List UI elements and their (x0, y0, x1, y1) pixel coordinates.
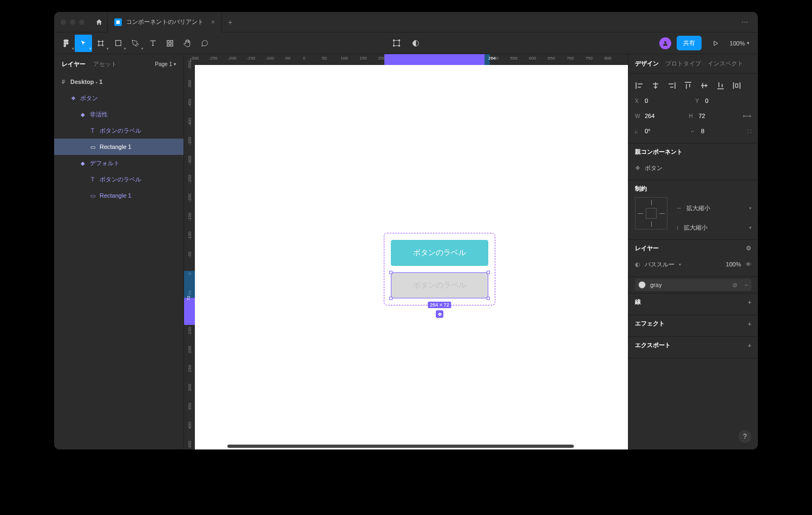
align-right-icon[interactable] (667, 81, 676, 90)
detach-style-icon[interactable]: ⊘ (732, 282, 737, 289)
remove-fill-icon[interactable]: − (742, 282, 748, 288)
component-frame[interactable]: ボタンのラベル ボタンのラベル 264 × 72 ❖ (384, 233, 495, 305)
page-select[interactable]: Page 1 ▾ (155, 61, 176, 67)
align-vcenter-icon[interactable] (700, 81, 709, 90)
independent-corners-icon[interactable]: ⸬ (748, 128, 751, 135)
add-variant-button[interactable]: ❖ (436, 310, 443, 318)
page-name: Page 1 (155, 61, 172, 67)
zoom-value: 100% (730, 40, 745, 47)
edit-object-icon[interactable] (388, 35, 405, 52)
shape-tool[interactable]: ▾ (109, 35, 127, 52)
button-inactive-variant[interactable]: ボタンのラベル (391, 272, 488, 298)
traffic-close-icon[interactable] (61, 19, 66, 25)
prototype-tab[interactable]: プロトタイプ (665, 60, 701, 68)
user-avatar[interactable] (659, 37, 671, 49)
svg-rect-0 (116, 20, 120, 23)
titlebar: コンポーネントのバリアント × + ⋯ (54, 12, 758, 32)
home-button[interactable] (91, 18, 107, 26)
svg-rect-6 (394, 41, 399, 46)
constraint-h-select[interactable]: ↔拡大縮小▾ (676, 200, 751, 216)
layer-frame[interactable]: # Desktop - 1 (54, 74, 184, 90)
x-field[interactable]: X0 (635, 97, 691, 104)
tab-title: コンポーネントのバリアント (126, 18, 204, 26)
align-left-icon[interactable] (635, 81, 644, 90)
layer-settings-icon[interactable]: ⚙ (746, 245, 751, 252)
opacity-field[interactable]: 100% (726, 261, 741, 268)
button-inactive-selection: ボタンのラベル 264 × 72 ❖ (391, 272, 488, 298)
add-effect-icon[interactable]: + (748, 321, 751, 327)
main-area: レイヤー アセット Page 1 ▾ # Desktop - 1 ❖ ボタン ◆… (54, 54, 758, 449)
add-stroke-icon[interactable]: + (748, 299, 751, 305)
layer-text-inactive[interactable]: T ボタンのラベル (54, 122, 184, 139)
move-tool[interactable]: ▾ (75, 35, 92, 52)
rotation-field[interactable]: ⟀0° (635, 128, 687, 134)
fill-style-row[interactable]: gray ⊘ − (635, 279, 751, 291)
frame-tool[interactable]: ▾ (92, 35, 109, 52)
w-field[interactable]: W264 (635, 113, 685, 119)
traffic-max-icon[interactable] (79, 19, 84, 25)
svg-rect-4 (167, 44, 169, 46)
layer-text-default[interactable]: T ボタンのラベル (54, 171, 184, 187)
go-to-main-component[interactable]: ❖ ボタン (635, 160, 751, 175)
selection-handle-nw[interactable] (389, 271, 392, 274)
layer-rect-default[interactable]: ▭ Rectangle 1 (54, 187, 184, 204)
main-menu-button[interactable]: ▾ (57, 35, 75, 52)
hand-tool[interactable] (179, 35, 196, 52)
file-tab[interactable]: コンポーネントのバリアント × (107, 12, 222, 32)
share-button[interactable]: 共有 (677, 36, 702, 50)
canvas[interactable]: - 1 -300-250-200-150-100-500501001502002… (184, 54, 628, 449)
artboard[interactable]: ボタンのラベル ボタンのラベル 264 × 72 ❖ (195, 65, 628, 449)
zoom-select[interactable]: 100% ▾ (730, 40, 749, 47)
layer-label: Desktop - 1 (70, 79, 102, 85)
assets-tab[interactable]: アセット (93, 60, 117, 68)
new-tab-button[interactable]: + (222, 18, 238, 27)
text-icon: T (89, 177, 96, 182)
selection-handle-sw[interactable] (389, 297, 392, 300)
present-button[interactable] (707, 35, 724, 52)
add-export-icon[interactable]: + (748, 342, 751, 349)
blend-mode-select[interactable]: パススルー (645, 260, 675, 269)
align-bottom-icon[interactable] (716, 81, 725, 90)
layer-section: レイヤー⚙ ◐ パススルー▾ 100% 👁 (628, 240, 758, 277)
text-tool[interactable] (144, 35, 161, 52)
layer-component[interactable]: ❖ ボタン (54, 90, 184, 106)
left-panel-tabs: レイヤー アセット Page 1 ▾ (54, 54, 184, 74)
menu-overflow-icon[interactable]: ⋯ (742, 18, 758, 26)
inspect-tab[interactable]: インスペクト (708, 60, 743, 68)
horizontal-scrollbar[interactable] (227, 445, 574, 448)
y-field[interactable]: Y0 (696, 97, 752, 104)
selection-handle-ne[interactable] (487, 271, 490, 274)
comment-tool[interactable] (196, 35, 213, 52)
radius-field[interactable]: ⌐8 (691, 128, 743, 134)
design-tab[interactable]: デザイン (635, 60, 659, 68)
link-wh-icon[interactable]: ⟷ (743, 113, 751, 120)
resources-tool[interactable] (161, 35, 179, 52)
button-label: ボタンのラベル (413, 248, 466, 258)
tab-close-icon[interactable]: × (211, 18, 215, 26)
fill-section: gray ⊘ − (628, 277, 758, 294)
constraints-box[interactable] (635, 197, 667, 230)
visibility-icon[interactable]: 👁 (745, 261, 751, 268)
traffic-min-icon[interactable] (70, 19, 75, 25)
button-default-variant[interactable]: ボタンのラベル (391, 240, 488, 266)
distribute-icon[interactable] (732, 81, 741, 90)
effects-section: エフェクト+ (628, 315, 758, 337)
layer-variant-default[interactable]: ◆ デフォルト (54, 155, 184, 171)
vertical-ruler: -550-500-450-400-350-300-250-200-150-100… (184, 65, 195, 449)
align-top-icon[interactable] (684, 81, 692, 90)
align-hcenter-icon[interactable] (651, 81, 660, 90)
svg-point-10 (398, 45, 400, 47)
mask-icon[interactable] (407, 35, 424, 52)
section-title: 制約 (635, 185, 751, 193)
radius-icon: ⌐ (691, 128, 698, 134)
layer-variant-inactive[interactable]: ◆ 非活性 (54, 106, 184, 122)
help-button[interactable]: ? (738, 430, 751, 443)
layer-rect-inactive[interactable]: ▭ Rectangle 1 (54, 139, 184, 155)
constraint-v-select[interactable]: ↕拡大縮小▾ (676, 220, 751, 235)
h-field[interactable]: H72 (689, 113, 739, 119)
traffic-lights (54, 19, 91, 25)
pen-tool[interactable]: ▾ (127, 35, 144, 52)
selection-handle-se[interactable] (487, 297, 490, 300)
chevron-down-icon: ▾ (747, 41, 749, 45)
layers-tab[interactable]: レイヤー (62, 60, 86, 68)
